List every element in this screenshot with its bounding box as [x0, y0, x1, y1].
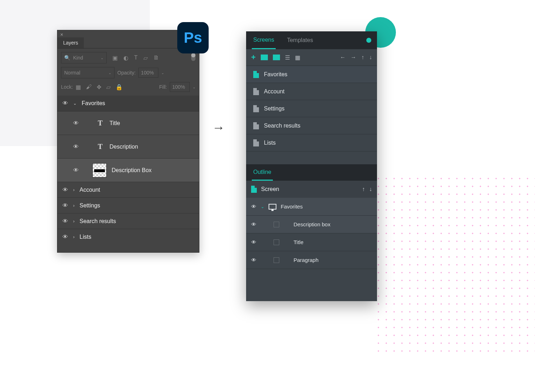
chevron-down-icon[interactable]: ⌄	[261, 204, 264, 209]
layer-group-account[interactable]: 👁 › Account	[57, 182, 199, 197]
visibility-icon[interactable]: 👁	[73, 144, 79, 150]
screen-lists[interactable]: Lists	[246, 134, 377, 151]
opacity-input[interactable]: 100%	[138, 68, 158, 78]
layer-group-search-results[interactable]: 👁 › Search results	[57, 213, 199, 229]
screen-name: Search results	[264, 123, 300, 129]
screen-favorites[interactable]: Favorites	[246, 66, 377, 83]
justinmind-panel: Screens Templates + ☰ ▦ ← → ↑ ↓ Favorite…	[246, 31, 377, 301]
chevron-right-icon[interactable]: ›	[73, 219, 75, 224]
layer-name: Description Box	[112, 167, 152, 174]
visibility-icon[interactable]: 👁	[251, 203, 256, 210]
close-icon[interactable]: ×	[60, 32, 63, 37]
arrow-left-icon[interactable]: ←	[340, 54, 346, 61]
chevron-down-icon[interactable]: ⌄	[193, 85, 195, 89]
kind-filter-select[interactable]: 🔍 Kind ⌄	[61, 52, 107, 63]
arrow-up-icon[interactable]: ↑	[361, 54, 364, 61]
outline-favorites[interactable]: 👁 ⌄ Favorites	[246, 198, 377, 216]
image-icon[interactable]	[261, 55, 268, 60]
outline-label: Outline	[252, 165, 273, 181]
layer-group-favorites[interactable]: 👁 ⌄ Favorites	[57, 96, 199, 111]
element-icon	[274, 222, 279, 227]
filter-shape-icon[interactable]: ▱	[143, 55, 148, 61]
filter-pixel-icon[interactable]: ▣	[112, 55, 118, 61]
tab-templates[interactable]: Templates	[286, 32, 315, 48]
lock-position-icon[interactable]: ✥	[97, 84, 101, 91]
lock-all-icon[interactable]: 🔒	[116, 84, 123, 91]
visibility-icon[interactable]: 👁	[73, 120, 79, 127]
chevron-right-icon[interactable]: ›	[73, 234, 75, 239]
outline-name: Favorites	[281, 203, 303, 210]
outline-paragraph[interactable]: 👁 Paragraph	[246, 251, 377, 269]
chevron-down-icon: ⌄	[101, 56, 103, 60]
outline-name: Paragraph	[294, 257, 319, 263]
file-icon	[253, 88, 259, 95]
rp-toolbar: + ☰ ▦ ← → ↑ ↓	[246, 49, 377, 66]
file-icon	[253, 105, 259, 112]
grid-icon[interactable]: ▦	[295, 54, 300, 61]
ps-layer-list: 👁 ⌄ Favorites 👁 T Title 👁 T Description …	[57, 96, 199, 252]
filter-adjustment-icon[interactable]: ◐	[123, 55, 128, 61]
lock-brush-icon[interactable]: 🖌	[86, 84, 92, 91]
file-star-icon	[251, 186, 257, 193]
chevron-right-icon[interactable]: ›	[73, 203, 75, 208]
chevron-down-icon[interactable]: ⌄	[73, 101, 77, 106]
tab-screens[interactable]: Screens	[252, 32, 276, 49]
screen-header-label: Screen	[261, 186, 279, 192]
list-icon[interactable]: ☰	[285, 54, 290, 61]
layer-title[interactable]: 👁 T Title	[57, 111, 199, 135]
fill-input[interactable]: 100%	[170, 82, 190, 92]
layer-name: Favorites	[82, 100, 105, 107]
visibility-icon[interactable]: 👁	[62, 202, 68, 209]
arrow-down-icon[interactable]: ↓	[369, 186, 372, 192]
chevron-right-icon[interactable]: ›	[73, 187, 75, 192]
layer-name: Search results	[80, 218, 116, 225]
lock-artboard-icon[interactable]: ▱	[106, 84, 111, 91]
bg-dots	[374, 175, 535, 353]
shape-layer-icon	[92, 163, 107, 177]
layer-name: Account	[80, 187, 100, 193]
layer-group-settings[interactable]: 👁 › Settings	[57, 197, 199, 213]
screen-settings[interactable]: Settings	[246, 100, 377, 117]
screen-search-results[interactable]: Search results	[246, 117, 377, 134]
visibility-icon[interactable]: 👁	[62, 234, 68, 240]
element-icon	[274, 239, 279, 245]
layer-description[interactable]: 👁 T Description	[57, 135, 199, 158]
filter-toggle[interactable]	[191, 55, 195, 61]
arrow-down-icon[interactable]: ↓	[369, 54, 372, 61]
monitor-icon	[269, 204, 276, 210]
visibility-icon[interactable]: 👁	[62, 100, 68, 107]
lock-transparency-icon[interactable]: ▦	[76, 84, 81, 91]
folder-plus-icon[interactable]	[273, 55, 280, 60]
outline-title[interactable]: 👁 Title	[246, 233, 377, 251]
layer-group-lists[interactable]: 👁 › Lists	[57, 229, 199, 244]
tab-layers[interactable]: Layers	[57, 37, 84, 48]
arrow-up-icon[interactable]: ↑	[362, 186, 365, 192]
blend-mode-select[interactable]: Normal ⌄	[61, 67, 114, 78]
photoshop-app-icon: Ps	[177, 22, 209, 53]
tab-outline[interactable]: Outline	[246, 164, 377, 181]
layer-name: Settings	[80, 202, 100, 209]
screen-account[interactable]: Account	[246, 83, 377, 100]
screen-name: Lists	[264, 140, 276, 146]
element-icon	[274, 257, 279, 263]
add-icon[interactable]: +	[251, 53, 256, 62]
search-icon: 🔍	[64, 55, 70, 61]
visibility-icon[interactable]: 👁	[251, 239, 256, 245]
arrow-right-icon[interactable]: →	[351, 54, 356, 61]
photoshop-layers-panel: × Layers 🔍 Kind ⌄ ▣ ◐ T ▱ 🗎 Normal ⌄	[57, 30, 199, 253]
file-icon	[253, 139, 259, 146]
visibility-icon[interactable]: 👁	[251, 221, 256, 227]
outline-name: Title	[294, 239, 304, 245]
filter-type-icon[interactable]: T	[134, 55, 138, 61]
filter-smart-icon[interactable]: 🗎	[153, 55, 159, 61]
visibility-icon[interactable]: 👁	[62, 187, 68, 193]
visibility-icon[interactable]: 👁	[73, 167, 79, 174]
outline-description-box[interactable]: 👁 Description box	[246, 216, 377, 233]
ps-controls: 🔍 Kind ⌄ ▣ ◐ T ▱ 🗎 Normal ⌄ Opacity: 100…	[57, 48, 199, 96]
visibility-icon[interactable]: 👁	[62, 218, 68, 225]
layer-description-box[interactable]: 👁 Description Box	[57, 158, 199, 182]
outline-screen-header[interactable]: Screen ↑ ↓	[246, 181, 377, 198]
rp-tabbar: Screens Templates	[246, 31, 377, 49]
chevron-down-icon[interactable]: ⌄	[161, 71, 164, 75]
visibility-icon[interactable]: 👁	[251, 257, 256, 263]
